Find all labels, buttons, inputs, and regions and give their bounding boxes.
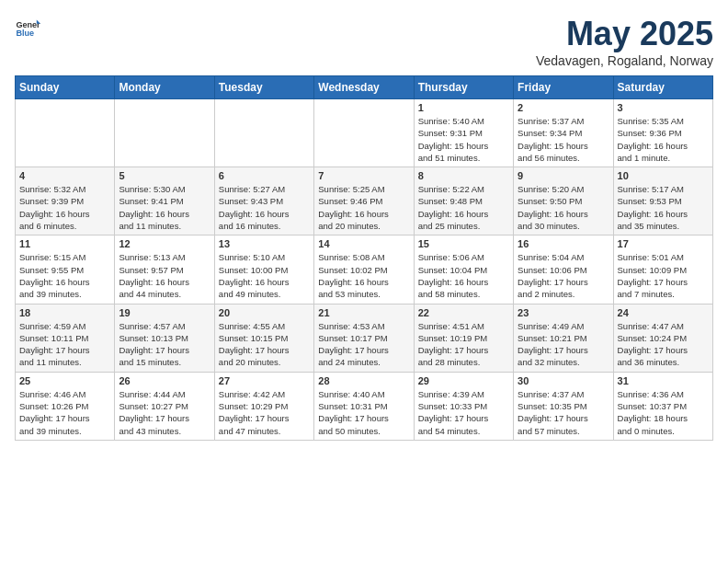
- day-number: 5: [119, 170, 210, 181]
- day-info: Sunrise: 4:42 AM Sunset: 10:29 PM Daylig…: [219, 388, 310, 437]
- week-row-1: 1Sunrise: 5:40 AM Sunset: 9:31 PM Daylig…: [16, 99, 713, 167]
- day-info: Sunrise: 5:15 AM Sunset: 9:55 PM Dayligh…: [19, 251, 110, 300]
- day-cell: 1Sunrise: 5:40 AM Sunset: 9:31 PM Daylig…: [414, 99, 513, 167]
- week-row-4: 18Sunrise: 4:59 AM Sunset: 10:11 PM Dayl…: [16, 304, 713, 372]
- day-cell: 24Sunrise: 4:47 AM Sunset: 10:24 PM Dayl…: [613, 304, 712, 372]
- week-row-5: 25Sunrise: 4:46 AM Sunset: 10:26 PM Dayl…: [16, 372, 713, 440]
- day-cell: 5Sunrise: 5:30 AM Sunset: 9:41 PM Daylig…: [115, 167, 214, 236]
- day-info: Sunrise: 4:37 AM Sunset: 10:35 PM Daylig…: [518, 388, 609, 437]
- day-info: Sunrise: 5:13 AM Sunset: 9:57 PM Dayligh…: [119, 251, 210, 300]
- month-title: May 2025: [536, 15, 713, 53]
- day-info: Sunrise: 5:27 AM Sunset: 9:43 PM Dayligh…: [219, 183, 310, 232]
- day-number: 18: [19, 307, 110, 318]
- day-info: Sunrise: 5:20 AM Sunset: 9:50 PM Dayligh…: [518, 183, 609, 232]
- day-cell: 30Sunrise: 4:37 AM Sunset: 10:35 PM Dayl…: [514, 372, 613, 440]
- day-info: Sunrise: 4:49 AM Sunset: 10:21 PM Daylig…: [518, 320, 609, 369]
- day-cell: 14Sunrise: 5:08 AM Sunset: 10:02 PM Dayl…: [314, 236, 414, 304]
- day-info: Sunrise: 5:06 AM Sunset: 10:04 PM Daylig…: [418, 251, 509, 300]
- day-number: 11: [19, 238, 110, 249]
- day-number: 21: [318, 307, 409, 318]
- day-info: Sunrise: 4:47 AM Sunset: 10:24 PM Daylig…: [618, 320, 709, 369]
- day-cell: 7Sunrise: 5:25 AM Sunset: 9:46 PM Daylig…: [314, 167, 414, 236]
- week-row-2: 4Sunrise: 5:32 AM Sunset: 9:39 PM Daylig…: [16, 167, 713, 236]
- day-number: 29: [418, 375, 509, 386]
- day-number: 17: [618, 238, 709, 249]
- day-info: Sunrise: 5:37 AM Sunset: 9:34 PM Dayligh…: [518, 115, 609, 164]
- day-number: 13: [219, 238, 310, 249]
- day-info: Sunrise: 5:35 AM Sunset: 9:36 PM Dayligh…: [618, 115, 709, 164]
- day-number: 19: [119, 307, 210, 318]
- day-info: Sunrise: 4:40 AM Sunset: 10:31 PM Daylig…: [318, 388, 409, 437]
- day-info: Sunrise: 5:40 AM Sunset: 9:31 PM Dayligh…: [418, 115, 509, 164]
- day-number: 22: [418, 307, 509, 318]
- day-number: 31: [618, 375, 709, 386]
- day-cell: 21Sunrise: 4:53 AM Sunset: 10:17 PM Dayl…: [314, 304, 414, 372]
- week-row-3: 11Sunrise: 5:15 AM Sunset: 9:55 PM Dayli…: [16, 236, 713, 304]
- day-info: Sunrise: 4:46 AM Sunset: 10:26 PM Daylig…: [19, 388, 110, 437]
- day-info: Sunrise: 5:25 AM Sunset: 9:46 PM Dayligh…: [318, 183, 409, 232]
- day-number: 12: [119, 238, 210, 249]
- title-area: May 2025 Vedavagen, Rogaland, Norway: [536, 15, 713, 68]
- day-number: 1: [418, 102, 509, 113]
- day-number: 23: [518, 307, 609, 318]
- day-cell: 29Sunrise: 4:39 AM Sunset: 10:33 PM Dayl…: [414, 372, 513, 440]
- day-number: 8: [418, 170, 509, 181]
- day-info: Sunrise: 4:36 AM Sunset: 10:37 PM Daylig…: [618, 388, 709, 437]
- day-cell: 17Sunrise: 5:01 AM Sunset: 10:09 PM Dayl…: [613, 236, 712, 304]
- day-cell: 25Sunrise: 4:46 AM Sunset: 10:26 PM Dayl…: [16, 372, 115, 440]
- day-cell: 8Sunrise: 5:22 AM Sunset: 9:48 PM Daylig…: [414, 167, 513, 236]
- day-cell: 9Sunrise: 5:20 AM Sunset: 9:50 PM Daylig…: [514, 167, 613, 236]
- day-cell: 18Sunrise: 4:59 AM Sunset: 10:11 PM Dayl…: [16, 304, 115, 372]
- weekday-header-row: SundayMondayTuesdayWednesdayThursdayFrid…: [16, 76, 713, 99]
- day-cell: 26Sunrise: 4:44 AM Sunset: 10:27 PM Dayl…: [115, 372, 214, 440]
- day-cell: 12Sunrise: 5:13 AM Sunset: 9:57 PM Dayli…: [115, 236, 214, 304]
- weekday-header-tuesday: Tuesday: [214, 76, 313, 99]
- day-number: 24: [618, 307, 709, 318]
- weekday-header-thursday: Thursday: [414, 76, 513, 99]
- day-number: 27: [219, 375, 310, 386]
- day-info: Sunrise: 5:01 AM Sunset: 10:09 PM Daylig…: [618, 251, 709, 300]
- day-cell: 15Sunrise: 5:06 AM Sunset: 10:04 PM Dayl…: [414, 236, 513, 304]
- day-cell: [16, 99, 115, 167]
- day-number: 10: [618, 170, 709, 181]
- day-cell: 20Sunrise: 4:55 AM Sunset: 10:15 PM Dayl…: [214, 304, 313, 372]
- day-number: 30: [518, 375, 609, 386]
- weekday-header-friday: Friday: [514, 76, 613, 99]
- day-number: 4: [19, 170, 110, 181]
- day-number: 3: [618, 102, 709, 113]
- day-cell: 11Sunrise: 5:15 AM Sunset: 9:55 PM Dayli…: [16, 236, 115, 304]
- day-cell: 4Sunrise: 5:32 AM Sunset: 9:39 PM Daylig…: [16, 167, 115, 236]
- day-number: 26: [119, 375, 210, 386]
- day-number: 2: [518, 102, 609, 113]
- day-cell: 23Sunrise: 4:49 AM Sunset: 10:21 PM Dayl…: [514, 304, 613, 372]
- day-info: Sunrise: 4:39 AM Sunset: 10:33 PM Daylig…: [418, 388, 509, 437]
- day-cell: 3Sunrise: 5:35 AM Sunset: 9:36 PM Daylig…: [613, 99, 712, 167]
- day-number: 9: [518, 170, 609, 181]
- day-cell: 28Sunrise: 4:40 AM Sunset: 10:31 PM Dayl…: [314, 372, 414, 440]
- day-info: Sunrise: 4:44 AM Sunset: 10:27 PM Daylig…: [119, 388, 210, 437]
- day-info: Sunrise: 4:53 AM Sunset: 10:17 PM Daylig…: [318, 320, 409, 369]
- weekday-header-sunday: Sunday: [16, 76, 115, 99]
- day-cell: 10Sunrise: 5:17 AM Sunset: 9:53 PM Dayli…: [613, 167, 712, 236]
- day-number: 20: [219, 307, 310, 318]
- day-number: 14: [318, 238, 409, 249]
- day-cell: [314, 99, 414, 167]
- day-cell: [115, 99, 214, 167]
- day-info: Sunrise: 5:32 AM Sunset: 9:39 PM Dayligh…: [19, 183, 110, 232]
- day-number: 7: [318, 170, 409, 181]
- day-cell: 13Sunrise: 5:10 AM Sunset: 10:00 PM Dayl…: [214, 236, 313, 304]
- day-info: Sunrise: 5:04 AM Sunset: 10:06 PM Daylig…: [518, 251, 609, 300]
- day-info: Sunrise: 5:30 AM Sunset: 9:41 PM Dayligh…: [119, 183, 210, 232]
- day-info: Sunrise: 5:17 AM Sunset: 9:53 PM Dayligh…: [618, 183, 709, 232]
- day-cell: [214, 99, 313, 167]
- day-number: 16: [518, 238, 609, 249]
- day-info: Sunrise: 4:59 AM Sunset: 10:11 PM Daylig…: [19, 320, 110, 369]
- logo: General Blue: [15, 15, 40, 40]
- day-info: Sunrise: 5:10 AM Sunset: 10:00 PM Daylig…: [219, 251, 310, 300]
- svg-text:Blue: Blue: [16, 29, 34, 38]
- day-info: Sunrise: 5:22 AM Sunset: 9:48 PM Dayligh…: [418, 183, 509, 232]
- day-number: 25: [19, 375, 110, 386]
- day-cell: 19Sunrise: 4:57 AM Sunset: 10:13 PM Dayl…: [115, 304, 214, 372]
- day-cell: 31Sunrise: 4:36 AM Sunset: 10:37 PM Dayl…: [613, 372, 712, 440]
- header: General Blue May 2025 Vedavagen, Rogalan…: [15, 15, 713, 68]
